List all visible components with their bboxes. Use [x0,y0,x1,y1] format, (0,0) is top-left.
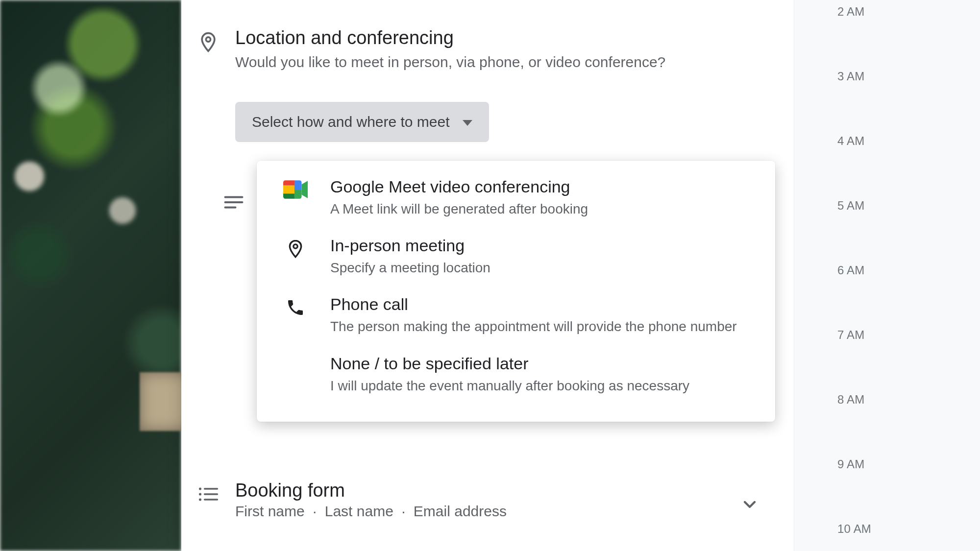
description-icon [223,194,244,213]
menu-option-google-meet[interactable]: Google Meet video conferencing A Meet li… [257,170,775,229]
menu-option-title: Phone call [330,295,749,314]
location-pin-icon [197,31,219,55]
google-meet-icon [283,180,308,201]
menu-option-desc: The person making the appointment will p… [330,317,749,336]
time-label: 3 AM [837,70,865,83]
time-label: 5 AM [837,199,865,213]
time-ruler: 2 AM3 AM4 AM5 AM6 AM7 AM8 AM9 AM10 AM [794,0,980,551]
location-section-title: Location and conferencing [235,27,774,48]
time-label: 9 AM [837,457,865,471]
time-label: 6 AM [837,264,865,277]
booking-field: Email address [414,503,507,519]
menu-option-desc: I will update the event manually after b… [330,376,749,395]
svg-point-0 [206,37,210,42]
select-meeting-type-dropdown[interactable]: Select how and where to meet [235,102,489,142]
time-label: 8 AM [837,393,865,407]
time-label: 7 AM [837,328,865,342]
caret-down-icon [463,120,472,126]
svg-point-4 [294,244,297,248]
chevron-down-icon[interactable] [740,495,760,516]
booking-field: First name [235,503,305,519]
phone-icon [286,298,305,319]
booking-form-fields: First name · Last name · Email address [235,503,774,520]
menu-option-phone-call[interactable]: Phone call The person making the appoint… [257,288,775,347]
svg-point-7 [199,493,201,495]
menu-option-none[interactable]: None / to be specified later I will upda… [257,347,775,406]
menu-option-in-person[interactable]: In-person meeting Specify a meeting loca… [257,229,775,288]
time-label: 4 AM [837,134,865,148]
menu-option-title: In-person meeting [330,236,749,255]
svg-point-9 [199,498,201,501]
location-pin-icon [286,239,305,261]
booking-form-section[interactable]: Booking form First name · Last name · Em… [181,480,794,520]
menu-option-desc: Specify a meeting location [330,258,749,277]
booking-field: Last name [325,503,393,519]
menu-option-desc: A Meet link will be generated after book… [330,199,749,218]
meeting-type-menu: Google Meet video conferencing A Meet li… [257,161,775,422]
location-section: Location and conferencing Would you like… [181,0,794,72]
wallpaper-strip [0,0,181,551]
form-list-icon [197,486,219,504]
separator: · [397,503,409,519]
separator: · [309,503,320,519]
menu-option-title: Google Meet video conferencing [330,177,749,196]
select-meeting-type-label: Select how and where to meet [252,114,450,130]
location-section-subtitle: Would you like to meet in person, via ph… [235,52,774,72]
booking-form-title: Booking form [235,480,774,501]
time-label: 10 AM [837,522,871,536]
time-label: 2 AM [837,5,865,19]
svg-point-5 [199,487,201,490]
menu-option-title: None / to be specified later [330,354,749,373]
